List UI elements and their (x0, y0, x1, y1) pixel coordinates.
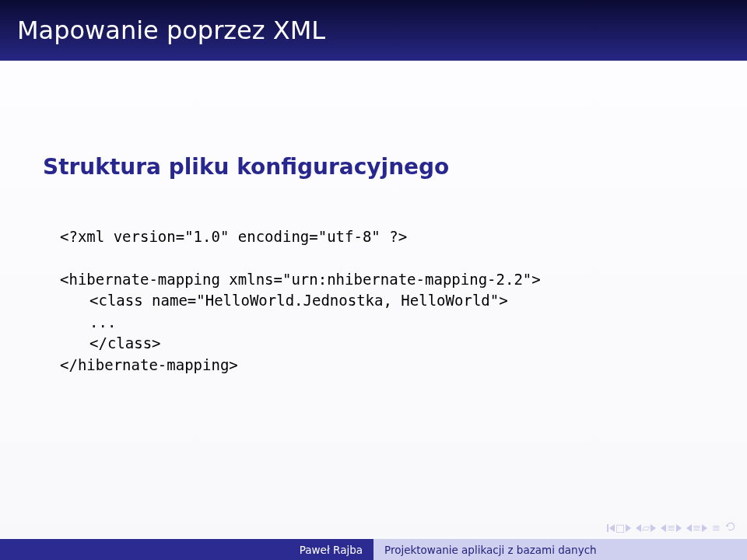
doc-icon: ▱ (642, 523, 650, 533)
triangle-left-icon (636, 524, 641, 532)
footer-topic: Projektowanie aplikacji z bazami danych (384, 544, 597, 556)
code-line: <hibernate-mapping xmlns="urn:nhibernate… (60, 271, 541, 288)
code-line: </hibernate-mapping> (60, 356, 238, 373)
nav-refresh[interactable] (725, 520, 736, 535)
slide-title: Mapowanie poprzez XML (17, 16, 325, 45)
footer-topic-box: Projektowanie aplikacji z bazami danych (374, 539, 747, 560)
lines-icon: ≡ (693, 523, 701, 533)
nav-controls: □ ▱ ≡ ≡ ≡ (607, 520, 736, 535)
square-icon: □ (615, 523, 625, 533)
nav-prev-section[interactable]: ▱ (636, 523, 656, 533)
nav-lines[interactable]: ≡ (712, 523, 721, 533)
triangle-right-icon (702, 524, 707, 532)
nav-prev[interactable]: ≡ (661, 523, 682, 533)
refresh-icon (725, 521, 736, 532)
code-line: </class> (89, 334, 161, 352)
code-line: <?xml version="1.0" encoding="utf-8" ?> (60, 228, 407, 245)
lines-icon: ≡ (667, 523, 675, 533)
nav-next[interactable]: ≡ (686, 523, 707, 533)
code-line: ... (89, 313, 116, 331)
triangle-left-icon (609, 524, 615, 532)
lines-icon: ≡ (712, 523, 721, 533)
footer: Paweł Rajba Projektowanie aplikacji z ba… (0, 539, 747, 560)
triangle-right-icon (676, 524, 682, 532)
triangle-right-icon (626, 524, 631, 532)
footer-author: Paweł Rajba (300, 544, 363, 556)
title-bar: Mapowanie poprzez XML (0, 0, 747, 61)
footer-author-box: Paweł Rajba (0, 539, 374, 560)
code-block: <?xml version="1.0" encoding="utf-8" ?> … (60, 205, 704, 397)
triangle-right-icon (651, 524, 656, 532)
triangle-left-icon (686, 524, 692, 532)
bar-icon (607, 524, 608, 532)
triangle-left-icon (661, 524, 666, 532)
content-area: Struktura pliku konfiguracyjnego <?xml v… (0, 61, 747, 397)
code-line: <class name="HelloWorld.Jednostka, Hello… (89, 292, 508, 309)
slide-subtitle: Struktura pliku konfiguracyjnego (43, 154, 704, 180)
slide: Mapowanie poprzez XML Struktura pliku ko… (0, 0, 747, 560)
nav-first[interactable]: □ (607, 523, 631, 533)
